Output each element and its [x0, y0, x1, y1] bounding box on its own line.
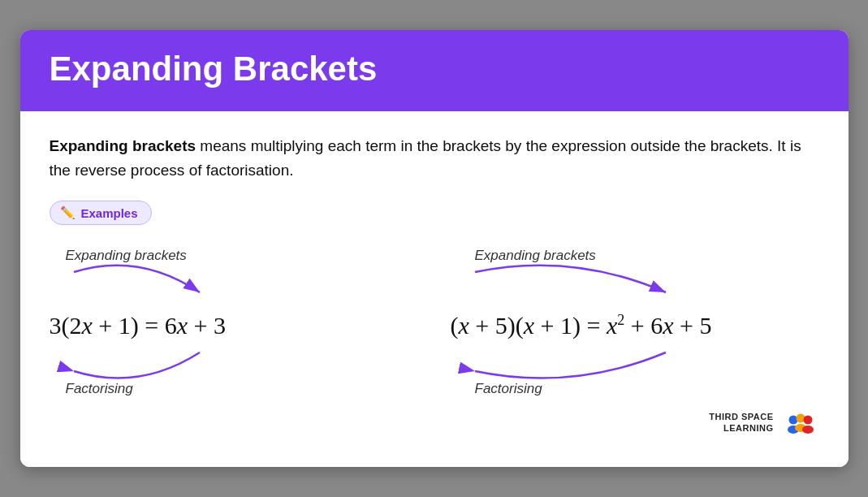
svg-point-9: [802, 426, 814, 434]
example-1-math: 3(2x + 1) = 6x + 3: [50, 312, 226, 339]
example-2-factorising-arrow: [451, 343, 819, 387]
example-2-label: Expanding brackets: [475, 248, 596, 264]
card-header: Expanding Brackets: [20, 30, 849, 111]
example-block-1: Expanding brackets 3(2x + 1) = 6x + 3: [50, 248, 418, 397]
pencil-icon: ✏️: [60, 205, 76, 220]
examples-badge: ✏️ Examples: [50, 201, 152, 225]
definition-bold: Expanding brackets: [50, 137, 196, 154]
examples-badge-label: Examples: [81, 206, 138, 220]
page-title: Expanding Brackets: [50, 50, 819, 89]
third-space-learning-logo: [782, 404, 819, 441]
definition-text: Expanding brackets means multiplying eac…: [50, 134, 819, 184]
card-body: Expanding brackets means multiplying eac…: [20, 111, 849, 468]
svg-point-8: [803, 416, 812, 425]
logo-line1: THIRD SPACE: [709, 412, 773, 421]
card: Expanding Brackets Expanding brackets me…: [20, 30, 849, 468]
example-2-expanding-arrow: [451, 264, 819, 309]
examples-area: Expanding brackets 3(2x + 1) = 6x + 3: [50, 248, 819, 397]
logo-area: THIRD SPACE LEARNING: [50, 404, 819, 441]
logo-line2: LEARNING: [723, 423, 773, 433]
example-1-label: Expanding brackets: [66, 248, 187, 264]
logo-text: THIRD SPACE LEARNING: [709, 411, 773, 434]
example-block-2: Expanding brackets (x + 5)(x + 1) = x2 +…: [451, 248, 819, 397]
example-1-factorising-arrow: [50, 343, 418, 387]
example-2-math: (x + 5)(x + 1) = x2 + 6x + 5: [451, 312, 712, 339]
example-1-expanding-arrow: [50, 264, 418, 309]
